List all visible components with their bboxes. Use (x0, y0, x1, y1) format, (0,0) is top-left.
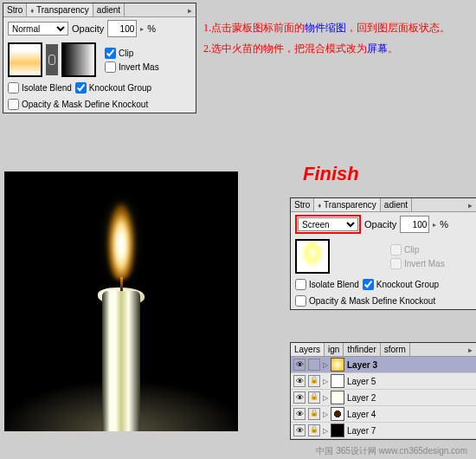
lock-icon[interactable]: 🔒 (308, 391, 320, 404)
tab-gradient[interactable]: adient (93, 3, 125, 16)
finish-label: Finish (303, 163, 359, 185)
collapse-icon[interactable]: ▸ (467, 199, 473, 211)
visibility-icon[interactable]: 👁 (293, 424, 306, 436)
tab-stroke[interactable]: Stro (291, 198, 314, 211)
blend-mode-highlight: Screen (295, 215, 361, 234)
opacity-label: Opacity (72, 23, 104, 34)
mask-define-knockout-checkbox[interactable]: Opacity & Mask Define Knockout (295, 295, 435, 307)
tab-gradient[interactable]: adient (381, 198, 412, 211)
opacity-input[interactable] (400, 216, 429, 233)
blend-mode-select[interactable]: Normal (8, 22, 68, 36)
mask-thumbnail[interactable] (61, 42, 96, 77)
watermark: 中国 365设计网 www.cn365design.com (316, 445, 467, 457)
visibility-icon[interactable]: 👁 (293, 391, 306, 404)
layer-row[interactable]: 👁🔒 ▷ Layer 2 (291, 390, 476, 406)
tab-transparency[interactable]: ♦ Transparency (314, 198, 380, 211)
percent-label: % (147, 23, 156, 34)
clip-checkbox: Clip (390, 244, 445, 255)
tab-transparency-label: Transparency (36, 5, 89, 15)
object-thumbnail[interactable] (8, 42, 42, 77)
layer-swatch (331, 358, 344, 372)
layer-row[interactable]: 👁🔒 ▷ Layer 5 (291, 373, 476, 390)
layer-row[interactable]: 👁🔒 ▷ Layer 4 (291, 406, 476, 423)
opacity-stepper-icon[interactable]: ▸ (433, 221, 436, 229)
lock-icon[interactable]: 🔒 (308, 424, 320, 436)
isolate-blend-checkbox[interactable]: Isolate Blend (295, 279, 359, 290)
layer-name: Layer 2 (347, 393, 376, 403)
tab-align[interactable]: ign (325, 343, 344, 356)
layer-swatch (331, 423, 344, 437)
visibility-icon[interactable]: 👁 (293, 375, 306, 387)
layer-row[interactable]: 👁🔒 ▷ Layer 7 (291, 423, 476, 439)
collapse-icon[interactable]: ▸ (187, 4, 193, 16)
layers-panel: ▸ Layers ign thfinder sform 👁 ▷ Layer 3 … (290, 342, 476, 440)
visibility-icon[interactable]: 👁 (293, 359, 306, 371)
instructions: 1.点击蒙板图标前面的物件缩图，回到图层面板状态。 2.选中火苗的物件，把混合模… (203, 17, 450, 59)
expand-icon[interactable]: ▷ (323, 378, 328, 385)
transparency-panel-1: ▸ Stro ♦ Transparency adient Normal Opac… (3, 3, 196, 113)
visibility-icon[interactable]: 👁 (293, 408, 306, 420)
opacity-label: Opacity (364, 219, 396, 230)
percent-label: % (440, 219, 448, 230)
expand-icon[interactable]: ▷ (323, 427, 328, 435)
expand-icon[interactable]: ▷ (323, 394, 328, 402)
knockout-group-checkbox[interactable]: Knockout Group (363, 279, 439, 290)
lock-icon[interactable]: 🔒 (308, 375, 320, 387)
mask-define-knockout-checkbox[interactable]: Opacity & Mask Define Knockout (8, 99, 148, 110)
layer-swatch (331, 391, 344, 404)
layers-tabs: ▸ Layers ign thfinder sform (291, 343, 476, 357)
invert-mask-checkbox: Invert Mas (390, 258, 445, 269)
blend-mode-select[interactable]: Screen (298, 217, 358, 231)
link-icon[interactable] (46, 44, 58, 75)
layer-row[interactable]: 👁 ▷ Layer 3 (291, 357, 476, 373)
layer-name: Layer 7 (347, 426, 376, 436)
lock-icon[interactable]: 🔒 (308, 408, 320, 420)
opacity-stepper-icon[interactable]: ▸ (140, 25, 144, 33)
tab-transparency[interactable]: ♦ Transparency (27, 3, 93, 16)
panel1-tabs: ▸ Stro ♦ Transparency adient (3, 3, 196, 17)
panel2-tabs: ▸ Stro ♦ Transparency adient (291, 198, 476, 212)
object-thumbnail[interactable] (295, 239, 330, 274)
candle-artwork (4, 171, 238, 431)
tab-layers[interactable]: Layers (291, 343, 325, 356)
layer-name: Layer 4 (347, 410, 376, 419)
isolate-blend-checkbox[interactable]: Isolate Blend (8, 82, 72, 94)
collapse-icon[interactable]: ▸ (467, 344, 473, 356)
opacity-input[interactable] (107, 20, 137, 37)
knockout-group-checkbox[interactable]: Knockout Group (75, 82, 151, 94)
tab-transform[interactable]: sform (381, 343, 410, 356)
layer-swatch (331, 407, 344, 421)
lock-icon[interactable] (308, 359, 320, 371)
layer-name: Layer 5 (347, 377, 376, 386)
layer-name: Layer 3 (347, 360, 377, 370)
layer-swatch (331, 374, 344, 388)
expand-icon[interactable]: ▷ (323, 361, 328, 369)
expand-icon[interactable]: ▷ (323, 411, 328, 418)
transparency-panel-2: ▸ Stro ♦ Transparency adient Screen Opac… (290, 197, 476, 310)
clip-checkbox[interactable]: Clip (105, 48, 159, 59)
tab-stroke[interactable]: Stro (3, 3, 27, 16)
invert-mask-checkbox[interactable]: Invert Mas (105, 61, 159, 73)
tab-pathfinder[interactable]: thfinder (344, 343, 380, 356)
